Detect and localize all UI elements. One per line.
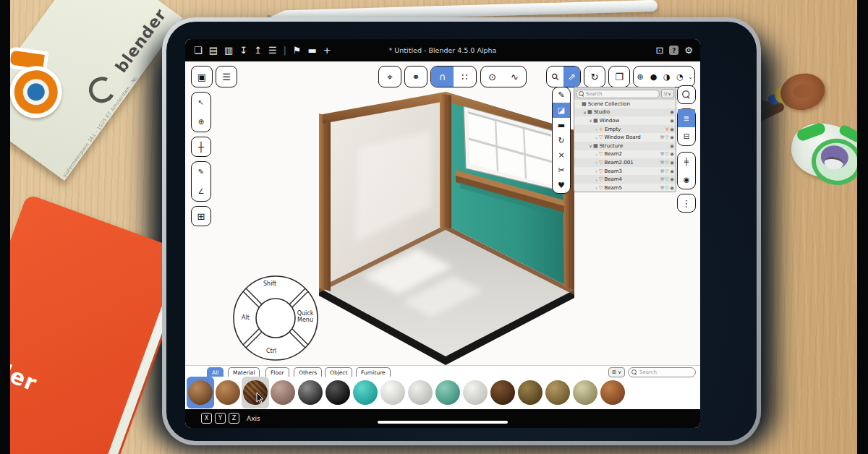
expand-toggle-icon[interactable]: ›	[594, 177, 599, 182]
orbit-button[interactable]: ↻	[584, 66, 605, 87]
expand-toggle-icon[interactable]: ›	[594, 168, 599, 174]
add-cube-tool[interactable]: ⊞	[191, 206, 211, 226]
overlays-menu-button[interactable]: ☰	[216, 66, 237, 87]
material-swatch-off-white[interactable]	[461, 377, 489, 408]
add-icon[interactable]: +	[323, 46, 331, 55]
expand-toggle-icon[interactable]: ∨	[582, 110, 587, 115]
material-swatch-wood-brown[interactable]	[187, 377, 214, 408]
material-swatch-oak[interactable]	[544, 377, 571, 408]
axis-key-y[interactable]: Y	[215, 413, 226, 424]
snap-grid-dots-button[interactable]: ∷	[454, 67, 476, 87]
open-folder-icon[interactable]: ▤	[209, 46, 218, 55]
import-icon[interactable]: ↧	[239, 46, 247, 55]
heart-button[interactable]: ♥	[553, 178, 570, 193]
visibility-eye-icon[interactable]: ◉	[670, 151, 674, 157]
material-swatch-wood-honey[interactable]	[214, 377, 242, 408]
camera-cycle-button[interactable]: ↻	[553, 133, 570, 148]
measure-tool[interactable]: ∠	[192, 181, 210, 201]
outliner-row[interactable]: ›▽Window Board⚒▽◉	[574, 133, 676, 142]
falloff-curve-button[interactable]: ∿	[503, 67, 526, 87]
visibility-eye-icon[interactable]: ◉	[670, 109, 674, 115]
expand-toggle-icon[interactable]: ›	[594, 185, 599, 190]
material-swatch-wood-woven[interactable]	[242, 377, 269, 408]
select-box-tool[interactable]: ↖	[192, 93, 210, 112]
outliner-row[interactable]: ›▽Beam2⚒▽◉	[574, 150, 676, 159]
visibility-eye-icon[interactable]: ◉	[670, 160, 674, 166]
settings-gear-icon[interactable]: ⚙	[684, 46, 693, 55]
export-icon[interactable]: ↥	[254, 46, 262, 55]
clapper-button[interactable]: ▬	[553, 118, 570, 133]
cut-button[interactable]: ✂	[553, 163, 570, 178]
more-menu-button[interactable]: ⋮	[677, 194, 696, 213]
display-mode-button[interactable]: ⊞∨	[608, 367, 625, 377]
visibility-eye-button[interactable]: ◉	[678, 171, 695, 189]
outliner-row[interactable]: ›▽Beam4⚒▽◉	[574, 175, 676, 184]
image-button[interactable]: ◪	[553, 103, 570, 118]
tab-object[interactable]: Object	[325, 367, 352, 377]
pie-shift-label[interactable]: Shift	[263, 280, 276, 287]
expand-toggle-icon[interactable]: ∨	[588, 143, 593, 148]
material-swatch-walnut[interactable]	[489, 377, 516, 408]
tab-others[interactable]: Others	[294, 367, 322, 377]
outliner-row[interactable]: ∨▦Structure◉	[574, 142, 676, 150]
search-button[interactable]	[677, 85, 696, 104]
material-swatch-turquoise[interactable]	[352, 377, 379, 408]
new-file-icon[interactable]: ❏	[194, 46, 203, 55]
expand-toggle-icon[interactable]: ∨	[588, 118, 593, 123]
adjust-sliders-button[interactable]: ╪	[678, 153, 695, 171]
outliner-row[interactable]: ›▽Beam2.001⚒▽◉	[574, 158, 676, 167]
outliner-row[interactable]: ›▽Beam3⚒▽◉	[574, 167, 676, 176]
annotate-tool[interactable]: ✎	[192, 162, 210, 181]
snap-magnet-button[interactable]: ∩	[431, 67, 454, 87]
pie-ctrl-label[interactable]: Ctrl	[266, 348, 276, 354]
tab-material[interactable]: Material	[228, 367, 260, 377]
expand-toggle-icon[interactable]: ›	[594, 152, 599, 157]
visibility-eye-icon[interactable]: ◉	[670, 134, 674, 140]
material-swatch-porcelain[interactable]	[379, 377, 407, 408]
tweak-brush-button[interactable]: ✎	[553, 87, 570, 103]
outliner-filter-button[interactable]: ▽∨	[661, 89, 674, 98]
expand-toggle-icon[interactable]: ›	[594, 160, 599, 165]
material-swatch-seafoam[interactable]	[434, 377, 461, 408]
material-swatch-terracotta[interactable]	[599, 377, 626, 408]
material-swatch-black-gloss[interactable]	[324, 377, 352, 408]
bone-cross-button[interactable]: ×	[553, 147, 570, 163]
move-tool[interactable]: ┼	[191, 137, 211, 157]
material-swatch-graphite[interactable]	[297, 377, 324, 408]
chevron-down-icon[interactable]: ⌄	[686, 74, 694, 80]
proportional-edit-button[interactable]: ⊙	[481, 67, 503, 87]
gizmo-cursor-button[interactable]: ⚲	[547, 67, 563, 87]
outliner-row[interactable]: ▦Scene Collection	[574, 100, 676, 108]
link-button[interactable]: ⚭	[404, 66, 427, 87]
pie-quick-menu-label[interactable]: Quick Menu	[294, 310, 317, 323]
visibility-eye-icon[interactable]: ◉	[670, 176, 674, 182]
menu-icon[interactable]: ☰	[268, 46, 277, 55]
duplicate-button[interactable]: ❐	[608, 66, 630, 87]
gizmo-move-button[interactable]: ⇗	[563, 67, 580, 87]
visibility-eye-icon[interactable]: ◉	[670, 168, 674, 174]
axis-key-x[interactable]: X	[201, 413, 212, 424]
outliner-row[interactable]: ›▽Beam5⚒▽◉	[574, 184, 676, 192]
outliner-row[interactable]: ∨▦Window◉	[574, 116, 676, 125]
home-indicator[interactable]	[378, 421, 508, 424]
pose-figure-icon[interactable]: ⚑	[293, 46, 302, 55]
material-swatch-sage[interactable]	[571, 377, 599, 408]
tab-all[interactable]: All	[207, 367, 224, 377]
object-mode-button[interactable]: ▣	[191, 66, 213, 87]
viewport-3d[interactable]: ▣ ☰ ⌖ ⚭ ∩ ∷ ⊙ ∿	[185, 61, 700, 365]
asset-search-input[interactable]: Search	[628, 367, 696, 377]
expand-toggle-icon[interactable]: ›	[594, 135, 599, 140]
outliner-search-input[interactable]: Search	[576, 90, 660, 98]
pie-alt-label[interactable]: Alt	[242, 314, 250, 321]
properties-toggle-button[interactable]: ⊟	[678, 127, 695, 145]
display-icon[interactable]: ⊡	[655, 46, 663, 55]
visibility-eye-icon[interactable]: ◉	[670, 127, 674, 132]
shading-material-button[interactable]: ◑	[660, 67, 673, 87]
expand-toggle-icon[interactable]: ›	[594, 127, 599, 132]
clapperboard-icon[interactable]: ▬	[307, 46, 316, 55]
shading-wireframe-button[interactable]: ⊕	[634, 67, 647, 87]
help-icon[interactable]: ?	[669, 46, 678, 55]
transform-gizmo-button[interactable]: ⌖	[378, 66, 401, 87]
shading-rendered-button[interactable]: ◔	[673, 67, 686, 87]
visibility-eye-icon[interactable]: ◉	[670, 118, 674, 124]
